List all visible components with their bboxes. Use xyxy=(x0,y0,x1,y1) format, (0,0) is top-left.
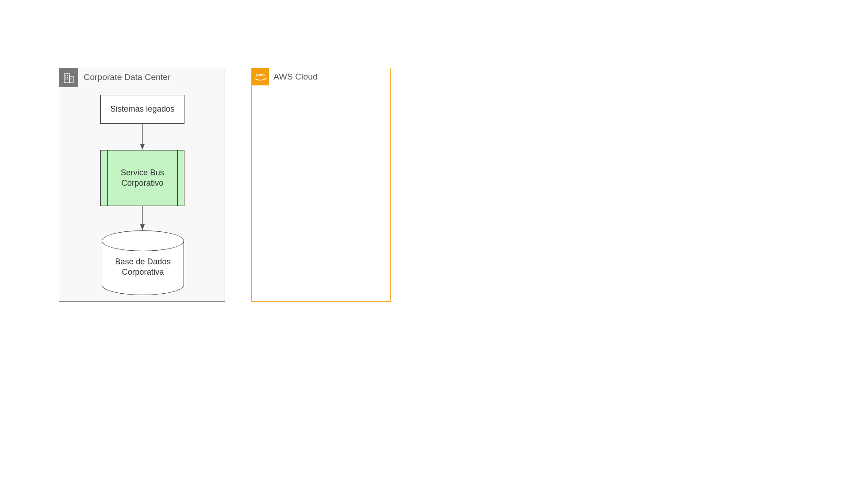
diagram-canvas: Corporate Data Center aws AWS Cloud Sist… xyxy=(0,0,868,488)
aws-cloud-title: AWS Cloud xyxy=(274,72,318,82)
node-legacy-systems-label: Sistemas legados xyxy=(101,104,184,114)
svg-rect-9 xyxy=(71,80,71,80)
svg-rect-0 xyxy=(64,74,70,83)
svg-rect-2 xyxy=(66,75,66,76)
svg-text:aws: aws xyxy=(256,72,265,77)
svg-rect-5 xyxy=(67,77,68,78)
node-service-bus-label: Service BusCorporativo xyxy=(112,168,173,189)
svg-rect-4 xyxy=(66,77,66,78)
aws-icon: aws xyxy=(252,68,269,85)
svg-rect-6 xyxy=(66,79,66,80)
building-icon xyxy=(59,68,78,87)
corporate-data-center-title: Corporate Data Center xyxy=(84,72,170,82)
svg-rect-3 xyxy=(67,75,68,76)
svg-rect-7 xyxy=(67,79,68,80)
aws-cloud-group: aws AWS Cloud xyxy=(251,68,391,302)
node-corp-database-label: Base de DadosCorporativa xyxy=(102,257,184,278)
node-legacy-systems: Sistemas legados xyxy=(100,95,184,124)
node-corp-database: Base de DadosCorporativa xyxy=(102,240,184,295)
svg-rect-8 xyxy=(71,78,71,79)
node-service-bus: Service BusCorporativo xyxy=(100,150,184,206)
